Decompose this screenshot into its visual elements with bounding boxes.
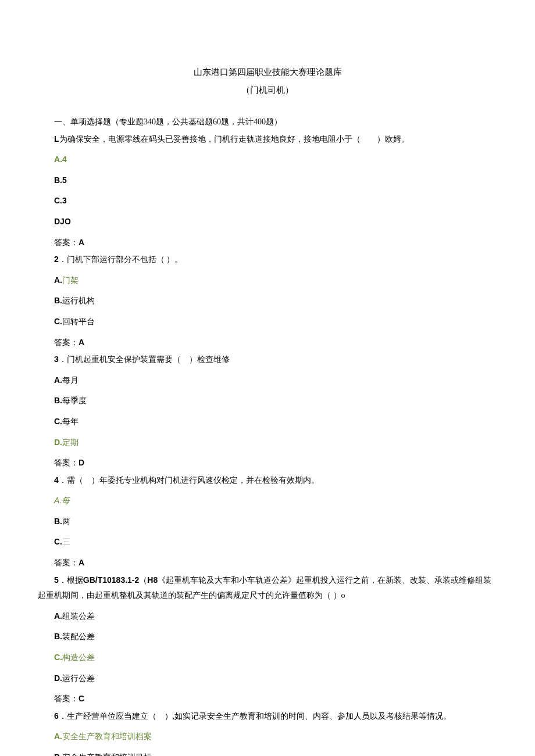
option-b: B.装配公差 <box>38 629 497 645</box>
option-d: D.运行公差 <box>38 671 497 687</box>
stem-text: ．门机起重机安全保护装置需要（ ）检查维修 <box>59 355 230 364</box>
option-d: D.定期 <box>38 435 497 451</box>
option-b: B.运行机构 <box>38 293 497 309</box>
option-c: C.构造公差 <box>38 650 497 666</box>
question-num: 3 <box>54 354 59 364</box>
option-a: A.门架 <box>38 273 497 289</box>
section-header: 一、单项选择题（专业题340题，公共基础题60题，共计400题） <box>38 114 497 130</box>
option-c: C.三 <box>38 534 497 550</box>
question-2-stem: 2．门机下部运行部分不包括（ ）。 <box>38 252 497 268</box>
question-num: L <box>54 134 59 144</box>
option-a: A.每 <box>38 493 497 509</box>
option-b: B.安全生产教育和培训目标 <box>38 750 497 756</box>
question-4-stem: 4．需（ ）年委托专业机构对门机进行风速仪检定，并在检验有效期内。 <box>38 472 497 489</box>
question-3-stem: 3．门机起重机安全保护装置需要（ ）检查维修 <box>38 352 497 368</box>
answer-line: 答案：D <box>38 455 497 471</box>
answer-line: 答案：A <box>38 555 497 571</box>
option-a: A.每月 <box>38 372 497 389</box>
question-num: 4 <box>54 475 59 485</box>
question-1-stem: L为确保安全，电源零线在码头已妥善接地，门机行走轨道接地良好，接地电阻小于（ ）… <box>38 131 497 148</box>
question-5-stem: 5．根据GB/T10183.1-2（H8《起重机车轮及大车和小车轨道公差》起重机… <box>38 572 497 604</box>
option-c: C.回转平台 <box>38 314 497 330</box>
stem-text: ．需（ ）年委托专业机构对门机进行风速仪检定，并在检验有效期内。 <box>59 476 319 485</box>
option-b: B.两 <box>38 514 497 530</box>
answer-line: 答案：A <box>38 335 497 351</box>
option-b: B.每季度 <box>38 393 497 409</box>
answer-line: 答案：C <box>38 691 497 707</box>
stem-text: ．生产经营单位应当建立（ ）,如实记录安全生产教育和培训的时间、内容、参加人员以… <box>59 712 452 721</box>
option-c: C.每年 <box>38 414 497 430</box>
option-c: C.3 <box>38 193 497 209</box>
question-num: 6 <box>54 711 59 721</box>
document-page: 山东港口第四届职业技能大赛理论题库 （门机司机） 一、单项选择题（专业题340题… <box>0 0 535 756</box>
answer-line: 答案：A <box>38 235 497 251</box>
question-num: 5 <box>54 575 59 585</box>
page-subtitle: （门机司机） <box>38 82 497 99</box>
option-d: DJO <box>38 214 497 230</box>
option-a: A.组装公差 <box>38 608 497 625</box>
option-a: A.4 <box>38 152 497 168</box>
page-title: 山东港口第四届职业技能大赛理论题库 <box>38 64 497 81</box>
stem-text: ．门机下部运行部分不包括（ ）。 <box>59 255 183 264</box>
question-6-stem: 6．生产经营单位应当建立（ ）,如实记录安全生产教育和培训的时间、内容、参加人员… <box>38 708 497 725</box>
stem-text: 为确保安全，电源零线在码头已妥善接地，门机行走轨道接地良好，接地电阻小于（ ）欧… <box>59 135 409 144</box>
option-b: B.5 <box>38 173 497 189</box>
question-num: 2 <box>54 255 59 264</box>
option-a: A.安全生产教育和培训档案 <box>38 729 497 745</box>
